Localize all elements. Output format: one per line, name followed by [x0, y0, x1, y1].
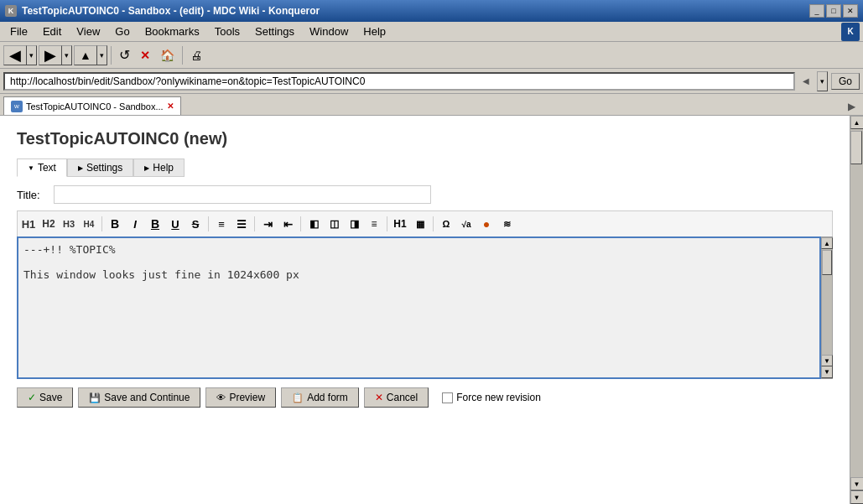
up-nav: ▲ ▾	[74, 45, 107, 65]
app-icon: K	[5, 5, 17, 17]
sep-1	[111, 46, 112, 65]
menu-settings[interactable]: Settings	[248, 23, 301, 39]
ed-sep-1	[101, 216, 102, 231]
scroll-thumb[interactable]	[822, 250, 832, 275]
wiki-tabs: ▼ Text ▶ Settings ▶ Help	[17, 158, 833, 177]
save-button[interactable]: ✓ Save	[17, 387, 73, 408]
heading1-button[interactable]: H1	[19, 215, 38, 233]
menu-tools[interactable]: Tools	[208, 23, 247, 39]
force-revision-checkbox[interactable]	[442, 392, 453, 403]
scroll-up-button[interactable]: ▲	[821, 237, 833, 249]
menu-edit[interactable]: Edit	[36, 23, 68, 39]
up-button[interactable]: ▲	[74, 45, 97, 65]
content-area: TestTopicAUTOINC0 (new) ▼ Text ▶ Setting…	[0, 116, 850, 504]
heading4-button[interactable]: H4	[80, 215, 98, 233]
tab-text[interactable]: ▼ Text	[17, 158, 67, 177]
cancel-button[interactable]: ✕ Cancel	[364, 387, 429, 408]
outdent-button[interactable]: ⇤	[278, 215, 297, 233]
tab-text-arrow: ▼	[28, 164, 34, 172]
symbol-button[interactable]: Ω	[437, 215, 455, 233]
editor-toolbar: H1 H2 H3 H4 B I B U S ≡ ☰ ⇥ ⇤ ◧ ◫ ◨ ≡ H1…	[17, 210, 833, 236]
cancel-icon: ✕	[375, 392, 383, 403]
back-nav: ◀ ▾	[3, 45, 37, 65]
window-title: TestTopicAUTOINC0 - Sandbox - (edit) - M…	[22, 5, 320, 17]
stop-button[interactable]: ✕	[136, 44, 154, 66]
save-continue-button[interactable]: 💾 Save and Continue	[78, 387, 200, 408]
menu-bookmarks[interactable]: Bookmarks	[138, 23, 206, 39]
back-button[interactable]: ◀	[3, 45, 27, 65]
ed-sep-4	[300, 216, 301, 231]
editor-scrollbar[interactable]: ▲ ▼ ▼	[821, 236, 833, 379]
maximize-button[interactable]: □	[826, 4, 841, 18]
sep-2	[182, 46, 183, 65]
main-scroll-down-1[interactable]: ▼	[850, 477, 864, 491]
ed-sep-2	[208, 216, 209, 231]
up-dropdown[interactable]: ▾	[97, 45, 107, 65]
bold2-button[interactable]: B	[146, 215, 164, 233]
action-bar: ✓ Save 💾 Save and Continue 👁 Preview 📋 A…	[17, 379, 833, 416]
menu-window[interactable]: Window	[303, 23, 355, 39]
align-right-button[interactable]: ◨	[345, 215, 363, 233]
menu-help[interactable]: Help	[356, 23, 393, 39]
print-button[interactable]: 🖨	[186, 44, 206, 66]
menu-view[interactable]: View	[70, 23, 107, 39]
underline-button[interactable]: U	[166, 215, 185, 233]
heading2-button[interactable]: H2	[39, 215, 58, 233]
forward-button[interactable]: ▶	[39, 45, 62, 65]
tab-bar: w TestTopicAUTOINC0 - Sandbox... ✕ ▶	[0, 94, 863, 116]
window-controls: _ □ ✕	[809, 4, 858, 18]
forward-dropdown[interactable]: ▾	[62, 45, 72, 65]
home-button[interactable]: 🏠	[156, 44, 179, 66]
address-input[interactable]	[3, 72, 795, 91]
tab-help[interactable]: ▶ Help	[133, 158, 185, 177]
indent-button[interactable]: ⇥	[258, 215, 277, 233]
ed-sep-5	[387, 216, 387, 231]
heading3-button[interactable]: H3	[60, 215, 78, 233]
address-dropdown[interactable]: ▾	[817, 71, 828, 91]
scroll-track	[822, 249, 832, 355]
h1-styled-button[interactable]: H1	[391, 215, 409, 233]
title-input[interactable]	[54, 185, 431, 204]
title-row: Title:	[17, 185, 833, 204]
align-justify-button[interactable]: ≡	[365, 215, 383, 233]
tab-settings[interactable]: ▶ Settings	[67, 158, 133, 177]
back-dropdown[interactable]: ▾	[27, 45, 37, 65]
special-button[interactable]: ≋	[497, 215, 516, 233]
align-center-button[interactable]: ◫	[325, 215, 343, 233]
main-scroll-up[interactable]: ▲	[850, 116, 864, 129]
scroll-down-outer[interactable]: ▼	[821, 366, 833, 378]
formula-button[interactable]: √a	[457, 215, 476, 233]
align-left-button[interactable]: ◧	[304, 215, 323, 233]
go-button[interactable]: Go	[831, 73, 860, 90]
tab-scroll-right[interactable]: ▶	[843, 98, 860, 115]
scroll-down-inner[interactable]: ▼	[821, 355, 833, 366]
preview-button[interactable]: 👁 Preview	[205, 387, 276, 408]
tab-favicon: w	[11, 101, 23, 112]
kde-logo: K	[841, 23, 860, 41]
ed-sep-3	[254, 216, 255, 231]
forward-nav: ▶ ▾	[39, 45, 72, 65]
main-scroll-thumb[interactable]	[850, 131, 862, 164]
minimize-button[interactable]: _	[809, 4, 824, 18]
save-icon: ✓	[28, 392, 36, 403]
color-button[interactable]: ●	[477, 215, 496, 233]
main-scroll-down-2[interactable]: ▼	[850, 491, 864, 504]
strike-button[interactable]: S	[186, 215, 205, 233]
tab-close-button[interactable]: ✕	[167, 101, 174, 111]
editor-textarea[interactable]: ---+!! %TOPIC% This window looks just fi…	[17, 236, 821, 379]
save-continue-icon: 💾	[89, 392, 101, 403]
table-button[interactable]: ▦	[411, 215, 429, 233]
close-button[interactable]: ✕	[843, 4, 858, 18]
title-bar: K TestTopicAUTOINC0 - Sandbox - (edit) -…	[0, 0, 863, 22]
italic-button[interactable]: I	[126, 215, 144, 233]
menu-bar: File Edit View Go Bookmarks Tools Settin…	[0, 22, 863, 42]
address-back-icon[interactable]: ◀	[798, 70, 814, 92]
menu-file[interactable]: File	[3, 23, 34, 39]
menu-go[interactable]: Go	[108, 23, 136, 39]
ordered-list-button[interactable]: ≡	[212, 215, 231, 233]
browser-tab[interactable]: w TestTopicAUTOINC0 - Sandbox... ✕	[3, 96, 181, 115]
reload-button[interactable]: ↺	[115, 44, 134, 66]
add-form-button[interactable]: 📋 Add form	[281, 387, 359, 408]
bold-button[interactable]: B	[106, 215, 124, 233]
unordered-list-button[interactable]: ☰	[232, 215, 251, 233]
